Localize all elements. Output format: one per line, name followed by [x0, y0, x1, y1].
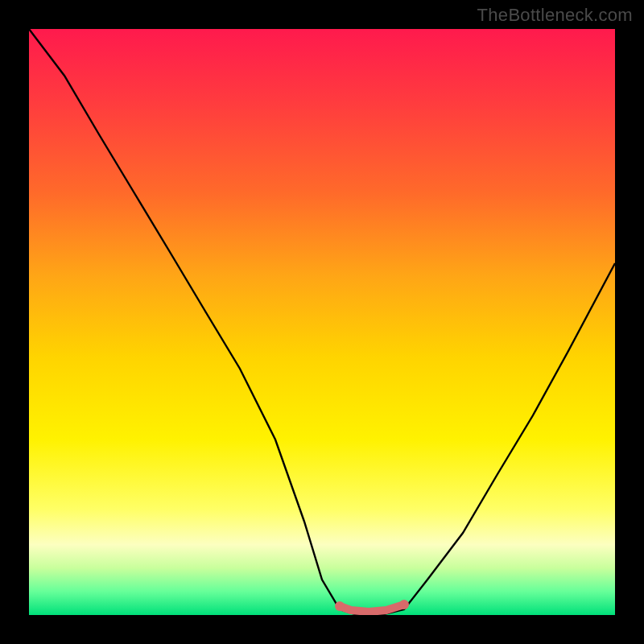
marker-end-dot — [399, 600, 409, 609]
curve-layer — [29, 29, 615, 615]
plot-area — [29, 29, 615, 615]
watermark-text: TheBottleneck.com — [477, 5, 633, 26]
optimal-band-marker — [340, 605, 404, 612]
chart-frame: TheBottleneck.com — [0, 0, 644, 644]
marker-start-dot — [335, 601, 345, 611]
bottleneck-curve — [29, 29, 615, 615]
